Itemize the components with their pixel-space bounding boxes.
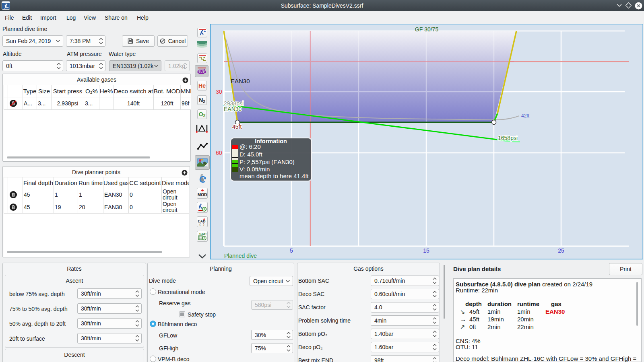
svg-text:P: 2,557psi (EAN30): P: 2,557psi (EAN30)	[239, 158, 295, 165]
svg-text:1658psi: 1658psi	[498, 135, 518, 141]
svg-text:@: 6:20: @: 6:20	[239, 143, 261, 150]
svg-text:MOD: MOD	[198, 193, 207, 197]
svg-text:42ft: 42ft	[521, 113, 530, 119]
svg-text:15: 15	[423, 247, 429, 254]
svg-text:60: 60	[216, 150, 222, 156]
svg-text:45ft: 45ft	[232, 123, 242, 130]
svg-text:5: 5	[290, 247, 293, 254]
svg-text:V: 0.0ft/min: V: 0.0ft/min	[239, 166, 270, 173]
svg-text:(...): (...)	[200, 222, 204, 226]
svg-text:GF 30/75: GF 30/75	[415, 26, 439, 33]
svg-text:30: 30	[216, 88, 222, 95]
svg-text:mean depth to here 41.4ft: mean depth to here 41.4ft	[239, 173, 309, 179]
svg-text:D: 45.0ft: D: 45.0ft	[239, 151, 263, 158]
svg-text:25: 25	[558, 247, 564, 254]
svg-text:Planned dive: Planned dive	[224, 253, 257, 259]
svg-text:EAN30: EAN30	[231, 78, 250, 84]
svg-text:EAN30: EAN30	[224, 106, 242, 112]
